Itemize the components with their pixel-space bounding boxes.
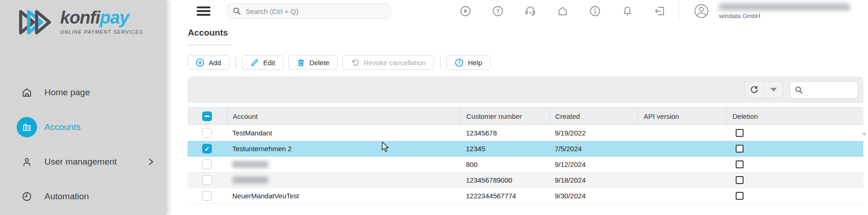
column-header-customer-number[interactable]: Customer number <box>460 107 549 125</box>
main-area: ? <box>167 0 868 215</box>
deletion-checkbox[interactable] <box>736 145 744 153</box>
sidebar-item-home-page[interactable]: Home page <box>0 82 167 103</box>
button-label: Add <box>209 59 221 67</box>
person-icon <box>17 152 37 172</box>
add-button[interactable]: Add <box>187 55 229 70</box>
table-row[interactable]: 800 9/12/2024 <box>187 157 863 172</box>
play-circle-icon[interactable] <box>459 5 471 17</box>
row-checkbox[interactable] <box>202 191 212 201</box>
created-cell: 9/12/2024 <box>549 157 638 172</box>
column-header-deletion[interactable]: Deletion <box>726 107 863 125</box>
svg-text:?: ? <box>458 60 460 65</box>
row-checkbox[interactable] <box>202 128 212 138</box>
refresh-button[interactable] <box>745 82 764 98</box>
refresh-button-group <box>744 81 783 98</box>
deletion-cell <box>726 188 863 203</box>
bell-icon[interactable] <box>621 5 633 17</box>
column-header-account[interactable]: Account <box>227 107 460 125</box>
customer-number-cell: 12345 <box>460 141 549 156</box>
sidebar-item-label: Accounts <box>44 122 81 132</box>
created-cell: 9/19/2022 <box>549 125 638 141</box>
grid-search[interactable] <box>790 81 858 98</box>
sidebar-item-label: Automation <box>44 191 89 202</box>
table-row[interactable]: Testunternehmen 2 12345 7/5/2024 <box>187 141 863 157</box>
created-cell: 9/30/2024 <box>549 188 638 203</box>
table-row[interactable]: 123456789000 9/18/2024 <box>187 172 863 188</box>
hamburger-menu-icon[interactable] <box>197 6 211 16</box>
deletion-cell <box>726 172 863 188</box>
sign-out-icon[interactable] <box>654 5 666 17</box>
user-avatar-icon[interactable] <box>693 3 710 19</box>
redacted-account-blur <box>232 177 268 184</box>
deletion-checkbox[interactable] <box>736 160 744 168</box>
grid-search-input[interactable] <box>806 86 853 93</box>
deletion-checkbox[interactable] <box>736 129 744 137</box>
action-toolbar: Add Edit Delete Revoke cancellation <box>187 55 490 70</box>
grid-toolbar <box>187 76 863 103</box>
brand-tagline: ONLINE PAYMENT SERVICES <box>60 29 143 35</box>
row-checkbox[interactable] <box>202 175 212 185</box>
header-checkbox-cell <box>187 107 227 125</box>
grid-header: Account Customer number Created API vers… <box>187 107 863 125</box>
user-area[interactable]: windata GmbH <box>693 3 850 19</box>
delete-button[interactable]: Delete <box>288 55 338 70</box>
home-icon[interactable] <box>557 5 569 17</box>
global-search[interactable] <box>227 3 391 19</box>
sidebar-item-accounts[interactable]: Accounts <box>0 117 167 137</box>
refresh-options-button[interactable] <box>764 82 783 98</box>
page-title: Accounts <box>188 28 228 38</box>
accounts-grid: Account Customer number Created API vers… <box>187 76 863 215</box>
row-checkbox-cell <box>187 125 227 141</box>
button-label: Edit <box>263 59 275 67</box>
redacted-account-blur <box>232 161 268 168</box>
row-checkbox[interactable] <box>202 160 212 169</box>
api-version-cell <box>638 125 726 141</box>
help-circle-icon: ? <box>455 58 464 67</box>
edit-button[interactable]: Edit <box>242 55 284 70</box>
search-input[interactable] <box>246 7 385 15</box>
api-version-cell <box>638 141 726 156</box>
row-checkbox-cell <box>187 172 227 188</box>
headset-icon[interactable] <box>524 5 536 17</box>
user-email-redacted <box>719 3 850 11</box>
table-row[interactable]: NeuerMandatVeuTest 1222344567774 9/30/20… <box>187 188 863 204</box>
help-circle-icon[interactable]: ? <box>492 5 504 17</box>
logo-triangles-icon <box>17 7 57 37</box>
deletion-checkbox[interactable] <box>736 192 744 200</box>
customer-number-cell: 12345678 <box>460 125 549 141</box>
customer-number-cell: 123456789000 <box>460 172 549 188</box>
topbar-divider <box>679 3 679 19</box>
sidebar: konfipay ONLINE PAYMENT SERVICES Home pa… <box>0 0 167 215</box>
topbar-icon-row: ? <box>459 0 666 22</box>
customer-number-cell: 800 <box>460 157 549 172</box>
deletion-cell <box>726 141 863 156</box>
account-cell: Testunternehmen 2 <box>227 141 460 156</box>
account-cell: NeuerMandatVeuTest <box>227 188 460 203</box>
info-circle-icon[interactable] <box>589 5 601 17</box>
column-header-api-version[interactable]: API version <box>638 107 726 125</box>
sidebar-item-label: User management <box>44 157 117 167</box>
sidebar-item-label: Home page <box>44 87 90 98</box>
customer-number-cell: 1222344567774 <box>460 188 549 203</box>
button-label: Help <box>468 59 482 67</box>
scrollbar-up-arrow[interactable] <box>862 132 867 135</box>
pencil-icon <box>250 58 259 67</box>
revoke-cancellation-button[interactable]: Revoke cancellation <box>342 55 434 70</box>
column-header-created[interactable]: Created <box>549 107 638 125</box>
select-all-checkbox[interactable] <box>202 111 212 121</box>
help-button[interactable]: ? Help <box>446 55 490 70</box>
table-row[interactable]: TestMandant 12345678 9/19/2022 <box>187 125 863 141</box>
plus-circle-icon <box>196 58 205 67</box>
svg-text:?: ? <box>496 8 500 15</box>
undo-icon <box>351 58 360 67</box>
created-cell: 7/5/2024 <box>549 141 638 156</box>
deletion-checkbox[interactable] <box>736 176 744 184</box>
home-icon <box>17 82 37 103</box>
search-icon <box>233 7 241 15</box>
api-version-cell <box>638 157 726 172</box>
row-checkbox[interactable] <box>202 144 212 154</box>
brand-primary: konfi <box>60 8 100 27</box>
sidebar-item-user-management[interactable]: User management <box>0 152 167 172</box>
row-checkbox-cell <box>187 157 227 172</box>
sidebar-item-automation[interactable]: Automation <box>0 186 167 207</box>
